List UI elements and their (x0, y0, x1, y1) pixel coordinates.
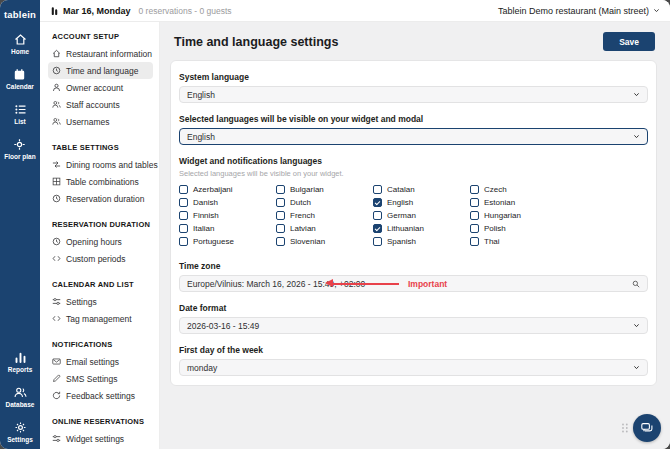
language-checkbox-grid: Azerbaijani Bulgarian Catalan Czech Dani… (179, 185, 648, 246)
language-checkbox-dutch[interactable]: Dutch (276, 198, 373, 207)
nav-list[interactable]: List (14, 103, 27, 125)
date-format-group: Date format 2026-03-16 - 15:49 (179, 303, 648, 334)
sidebar-item-table-combinations[interactable]: Table combinations (48, 173, 153, 190)
checkbox[interactable] (373, 211, 382, 220)
date-format-select[interactable]: 2026-03-16 - 15:49 (179, 317, 648, 334)
checkbox[interactable] (373, 237, 382, 246)
section-account-setup: ACCOUNT SETUP Restaurant information Tim… (52, 32, 153, 130)
language-checkbox-bulgarian[interactable]: Bulgarian (276, 185, 373, 194)
checkbox[interactable] (470, 198, 479, 207)
topbar-date-group[interactable]: Mar 16, Monday 0 reservations - 0 guests (50, 6, 232, 16)
checkbox-label: Finnish (193, 211, 219, 220)
sidebar-item-reservation-duration[interactable]: Reservation duration (48, 190, 153, 207)
language-checkbox-german[interactable]: German (373, 211, 470, 220)
sidebar-item-time-and-language[interactable]: Time and language (48, 62, 153, 79)
language-checkbox-slovenian[interactable]: Slovenian (276, 237, 373, 246)
sidebar-item-restaurant-information[interactable]: Restaurant information (48, 45, 153, 62)
language-checkbox-french[interactable]: French (276, 211, 373, 220)
checkbox[interactable] (179, 185, 188, 194)
language-checkbox-italian[interactable]: Italian (179, 224, 276, 233)
language-checkbox-czech[interactable]: Czech (470, 185, 567, 194)
checkbox[interactable] (373, 224, 382, 233)
sidebar-item-email-settings[interactable]: Email settings (48, 353, 153, 370)
checkbox[interactable] (373, 198, 382, 207)
nav-label: Floor plan (4, 153, 35, 160)
sidebar-item-custom-periods[interactable]: Custom periods (48, 250, 153, 267)
save-button[interactable]: Save (603, 32, 655, 51)
nav-home[interactable]: Home (11, 33, 29, 55)
drag-handle-icon[interactable] (621, 422, 629, 434)
language-checkbox-polish[interactable]: Polish (470, 224, 567, 233)
section-heading: CALENDAR AND LIST (52, 280, 153, 289)
sidebar-item-owner-account[interactable]: Owner account (48, 79, 153, 96)
clock-icon (52, 194, 61, 203)
system-language-select[interactable]: English (179, 86, 648, 103)
topbar: Mar 16, Monday 0 reservations - 0 guests… (40, 0, 670, 22)
sidebar-item-widget-settings[interactable]: Widget settings (48, 430, 153, 447)
checkbox[interactable] (276, 237, 285, 246)
checkbox-label: Dutch (290, 198, 311, 207)
checkbox[interactable] (470, 185, 479, 194)
language-checkbox-finnish[interactable]: Finnish (179, 211, 276, 220)
sidebar-item-staff-accounts[interactable]: Staff accounts (48, 96, 153, 113)
time-zone-input[interactable]: Europe/Vilnius: March 16, 2026 - 15:49, … (179, 275, 648, 292)
nav-calendar[interactable]: Calendar (6, 68, 34, 90)
sidebar-item-opening-hours[interactable]: Opening hours (48, 233, 153, 250)
selected-languages-select[interactable]: English (179, 128, 648, 145)
refresh-icon (52, 391, 61, 400)
language-checkbox-lithuanian[interactable]: Lithuanian (373, 224, 470, 233)
checkbox[interactable] (470, 224, 479, 233)
checkbox[interactable] (276, 185, 285, 194)
chevron-down-icon (633, 133, 640, 140)
language-checkbox-hungarian[interactable]: Hungarian (470, 211, 567, 220)
sidebar-item-label: Custom periods (66, 254, 126, 264)
section-calendar-and-list: CALENDAR AND LIST Settings Tag managemen… (52, 280, 153, 327)
first-day-select[interactable]: monday (179, 359, 648, 376)
nav-settings[interactable]: Settings (7, 421, 33, 443)
language-checkbox-estonian[interactable]: Estonian (470, 198, 567, 207)
checkbox[interactable] (179, 237, 188, 246)
sidebar-item-feedback-settings[interactable]: Feedback settings (48, 387, 153, 404)
language-checkbox-latvian[interactable]: Latvian (276, 224, 373, 233)
time-zone-value: Europe/Vilnius: March 16, 2026 - 15:49, … (187, 279, 365, 289)
nav-label: Reports (8, 366, 33, 373)
sidebar-item-label: Staff accounts (66, 100, 120, 110)
sidebar-item-sms-settings[interactable]: SMS Settings (48, 370, 153, 387)
language-checkbox-portuguese[interactable]: Portuguese (179, 237, 276, 246)
mail-icon (52, 357, 61, 366)
sliders-icon (52, 434, 61, 443)
checkbox[interactable] (276, 198, 285, 207)
sidebar-item-usernames[interactable]: Usernames (48, 113, 153, 130)
language-checkbox-danish[interactable]: Danish (179, 198, 276, 207)
sidebar-item-settings[interactable]: Settings (48, 293, 153, 310)
app-window: tablein Home Calendar List Floor plan Re… (0, 0, 670, 449)
rail-bottom-group: Reports Database Settings (6, 338, 35, 443)
checkbox[interactable] (276, 224, 285, 233)
chat-button[interactable] (633, 414, 661, 442)
nav-database[interactable]: Database (6, 386, 35, 408)
checkbox[interactable] (276, 211, 285, 220)
language-checkbox-english[interactable]: English (373, 198, 470, 207)
search-icon (632, 280, 640, 288)
checkbox[interactable] (470, 237, 479, 246)
sidebar-item-label: Widget settings (66, 434, 124, 444)
chevron-down-icon (633, 364, 640, 371)
language-checkbox-azerbaijani[interactable]: Azerbaijani (179, 185, 276, 194)
sidebar-item-tag-management[interactable]: Tag management (48, 310, 153, 327)
sidebar-item-label: Settings (66, 297, 97, 307)
checkbox[interactable] (179, 224, 188, 233)
language-checkbox-thai[interactable]: Thai (470, 237, 567, 246)
language-checkbox-catalan[interactable]: Catalan (373, 185, 470, 194)
nav-reports[interactable]: Reports (8, 351, 33, 373)
nav-label: List (14, 118, 26, 125)
sidebar-item-dining-rooms-and-tables[interactable]: Dining rooms and tables (48, 156, 153, 173)
sidebar-item-label: Restaurant information (66, 49, 152, 59)
language-checkbox-spanish[interactable]: Spanish (373, 237, 470, 246)
checkbox-label: Azerbaijani (193, 185, 233, 194)
checkbox[interactable] (470, 211, 479, 220)
checkbox[interactable] (373, 185, 382, 194)
checkbox[interactable] (179, 198, 188, 207)
nav-floor-plan[interactable]: Floor plan (4, 138, 35, 160)
restaurant-switcher[interactable]: Tablein Demo restaurant (Main street) (498, 6, 660, 16)
checkbox[interactable] (179, 211, 188, 220)
